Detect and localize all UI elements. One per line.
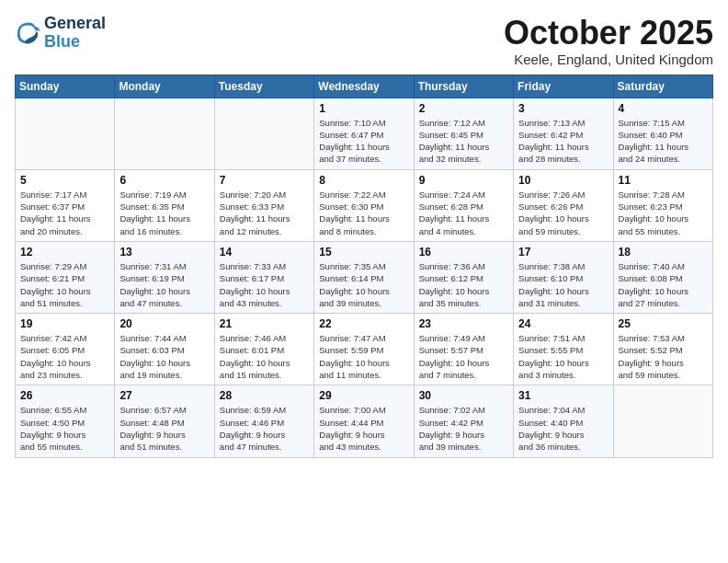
day-info: Sunrise: 7:02 AM Sunset: 4:42 PM Dayligh… [419,404,508,453]
day-info: Sunrise: 6:55 AM Sunset: 4:50 PM Dayligh… [20,404,109,453]
day-number: 19 [20,317,109,330]
day-number: 1 [319,102,408,115]
day-number: 4 [619,102,708,115]
calendar-cell: 15Sunrise: 7:35 AM Sunset: 6:14 PM Dayli… [314,241,414,313]
weekday-header-monday: Monday [115,75,214,98]
day-number: 21 [220,317,309,330]
day-info: Sunrise: 6:59 AM Sunset: 4:46 PM Dayligh… [220,404,309,453]
day-info: Sunrise: 7:00 AM Sunset: 4:44 PM Dayligh… [319,404,408,453]
logo-text: General Blue [44,15,106,52]
day-number: 9 [419,174,508,187]
day-number: 12 [20,246,109,259]
calendar-cell: 3Sunrise: 7:13 AM Sunset: 6:42 PM Daylig… [514,98,613,169]
calendar-cell: 2Sunrise: 7:12 AM Sunset: 6:45 PM Daylig… [414,98,513,169]
day-info: Sunrise: 7:44 AM Sunset: 6:03 PM Dayligh… [119,332,209,381]
day-number: 20 [119,317,209,330]
day-number: 27 [119,389,209,402]
weekday-header-wednesday: Wednesday [314,75,414,98]
week-row-2: 12Sunrise: 7:29 AM Sunset: 6:21 PM Dayli… [16,241,713,313]
title-block: October 2025 Keele, England, United King… [504,15,713,67]
calendar-cell: 9Sunrise: 7:24 AM Sunset: 6:28 PM Daylig… [414,169,513,241]
calendar-cell: 16Sunrise: 7:36 AM Sunset: 6:12 PM Dayli… [414,241,513,313]
day-info: Sunrise: 7:47 AM Sunset: 5:59 PM Dayligh… [319,332,408,381]
weekday-header-row: SundayMondayTuesdayWednesdayThursdayFrid… [16,75,713,98]
day-number: 6 [119,174,209,187]
day-info: Sunrise: 7:26 AM Sunset: 6:26 PM Dayligh… [518,189,608,237]
calendar-cell: 13Sunrise: 7:31 AM Sunset: 6:19 PM Dayli… [115,241,214,313]
day-number: 29 [319,389,408,402]
calendar-cell: 26Sunrise: 6:55 AM Sunset: 4:50 PM Dayli… [16,385,115,457]
weekday-header-thursday: Thursday [414,75,513,98]
day-info: Sunrise: 7:35 AM Sunset: 6:14 PM Dayligh… [319,260,408,309]
day-number: 10 [518,174,608,187]
day-number: 14 [220,246,309,259]
calendar-cell: 27Sunrise: 6:57 AM Sunset: 4:48 PM Dayli… [115,385,214,457]
calendar-cell: 30Sunrise: 7:02 AM Sunset: 4:42 PM Dayli… [414,385,513,457]
day-info: Sunrise: 7:13 AM Sunset: 6:42 PM Dayligh… [518,117,608,166]
page-header: General Blue October 2025 Keele, England… [15,15,713,67]
calendar-cell: 6Sunrise: 7:19 AM Sunset: 6:35 PM Daylig… [115,169,214,241]
calendar-cell: 18Sunrise: 7:40 AM Sunset: 6:08 PM Dayli… [613,241,712,313]
day-info: Sunrise: 7:49 AM Sunset: 5:57 PM Dayligh… [419,332,508,381]
location: Keele, England, United Kingdom [504,52,713,67]
calendar-table: SundayMondayTuesdayWednesdayThursdayFrid… [15,75,713,458]
week-row-0: 1Sunrise: 7:10 AM Sunset: 6:47 PM Daylig… [16,98,713,169]
calendar-cell: 11Sunrise: 7:28 AM Sunset: 6:23 PM Dayli… [613,169,712,241]
calendar-cell: 21Sunrise: 7:46 AM Sunset: 6:01 PM Dayli… [214,314,313,385]
day-info: Sunrise: 7:20 AM Sunset: 6:33 PM Dayligh… [220,189,309,237]
day-info: Sunrise: 7:31 AM Sunset: 6:19 PM Dayligh… [119,260,209,309]
day-info: Sunrise: 7:29 AM Sunset: 6:21 PM Dayligh… [20,260,109,309]
calendar-cell: 5Sunrise: 7:17 AM Sunset: 6:37 PM Daylig… [16,169,115,241]
day-number: 26 [20,389,109,402]
day-info: Sunrise: 7:19 AM Sunset: 6:35 PM Dayligh… [119,189,209,237]
day-number: 8 [319,174,408,187]
day-info: Sunrise: 7:10 AM Sunset: 6:47 PM Dayligh… [319,117,408,166]
day-number: 31 [518,389,608,402]
day-info: Sunrise: 7:53 AM Sunset: 5:52 PM Dayligh… [619,332,708,381]
day-number: 3 [518,102,608,115]
day-number: 2 [419,102,508,115]
day-info: Sunrise: 7:33 AM Sunset: 6:17 PM Dayligh… [220,260,309,309]
calendar-cell: 29Sunrise: 7:00 AM Sunset: 4:44 PM Dayli… [314,385,414,457]
weekday-header-tuesday: Tuesday [214,75,313,98]
day-info: Sunrise: 7:42 AM Sunset: 6:05 PM Dayligh… [20,332,109,381]
day-info: Sunrise: 7:46 AM Sunset: 6:01 PM Dayligh… [220,332,309,381]
day-info: Sunrise: 7:17 AM Sunset: 6:37 PM Dayligh… [20,189,109,237]
calendar-cell [613,385,712,457]
calendar-cell: 14Sunrise: 7:33 AM Sunset: 6:17 PM Dayli… [214,241,313,313]
week-row-1: 5Sunrise: 7:17 AM Sunset: 6:37 PM Daylig… [16,169,713,241]
calendar-cell: 19Sunrise: 7:42 AM Sunset: 6:05 PM Dayli… [16,314,115,385]
day-number: 5 [20,174,109,187]
calendar-cell: 28Sunrise: 6:59 AM Sunset: 4:46 PM Dayli… [214,385,313,457]
weekday-header-friday: Friday [514,75,613,98]
day-number: 24 [518,317,608,330]
week-row-4: 26Sunrise: 6:55 AM Sunset: 4:50 PM Dayli… [16,385,713,457]
calendar-cell: 24Sunrise: 7:51 AM Sunset: 5:55 PM Dayli… [514,314,613,385]
day-number: 22 [319,317,408,330]
day-number: 11 [619,174,708,187]
calendar-cell: 7Sunrise: 7:20 AM Sunset: 6:33 PM Daylig… [214,169,313,241]
day-number: 17 [518,246,608,259]
weekday-header-sunday: Sunday [16,75,115,98]
day-number: 23 [419,317,508,330]
day-info: Sunrise: 7:15 AM Sunset: 6:40 PM Dayligh… [619,117,708,166]
day-info: Sunrise: 7:24 AM Sunset: 6:28 PM Dayligh… [419,189,508,237]
day-number: 7 [220,174,309,187]
day-number: 30 [419,389,508,402]
day-info: Sunrise: 7:28 AM Sunset: 6:23 PM Dayligh… [619,189,708,237]
calendar-cell: 4Sunrise: 7:15 AM Sunset: 6:40 PM Daylig… [613,98,712,169]
calendar-cell: 31Sunrise: 7:04 AM Sunset: 4:40 PM Dayli… [514,385,613,457]
calendar-cell: 23Sunrise: 7:49 AM Sunset: 5:57 PM Dayli… [414,314,513,385]
day-number: 25 [619,317,708,330]
calendar-cell: 10Sunrise: 7:26 AM Sunset: 6:26 PM Dayli… [514,169,613,241]
calendar-cell [16,98,115,169]
day-number: 28 [220,389,309,402]
day-info: Sunrise: 7:04 AM Sunset: 4:40 PM Dayligh… [518,404,608,453]
day-info: Sunrise: 6:57 AM Sunset: 4:48 PM Dayligh… [119,404,209,453]
day-info: Sunrise: 7:38 AM Sunset: 6:10 PM Dayligh… [518,260,608,309]
calendar-cell [214,98,313,169]
day-info: Sunrise: 7:12 AM Sunset: 6:45 PM Dayligh… [419,117,508,166]
day-number: 13 [119,246,209,259]
logo-icon [15,20,40,46]
calendar-cell: 22Sunrise: 7:47 AM Sunset: 5:59 PM Dayli… [314,314,414,385]
